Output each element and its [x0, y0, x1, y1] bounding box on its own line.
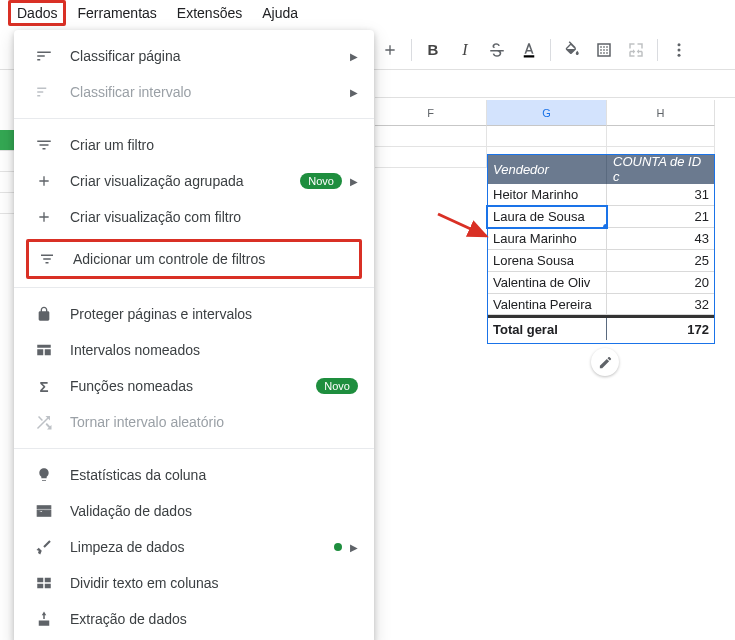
pivot-table[interactable]: Vendedor COUNTA de ID c Heitor Marinho 3… — [487, 154, 715, 340]
sigma-icon: Σ — [32, 378, 56, 395]
menu-item-add-slicer[interactable]: Adicionar um controle de filtros — [26, 239, 362, 279]
pivot-row[interactable]: Lorena Sousa 25 — [487, 250, 715, 272]
cell[interactable]: Valentina Pereira — [487, 294, 607, 315]
cell[interactable]: 25 — [607, 250, 715, 272]
chevron-right-icon: ▶ — [350, 542, 358, 553]
fill-color-icon — [563, 41, 581, 59]
cell[interactable]: Laura Marinho — [487, 228, 607, 250]
chevron-right-icon: ▶ — [350, 176, 358, 187]
menu-item-extraction[interactable]: Extração de dados — [14, 601, 374, 637]
more-button[interactable] — [664, 35, 694, 65]
menu-label: Classificar página — [70, 48, 350, 64]
lightbulb-icon — [32, 467, 56, 483]
total-value-cell[interactable]: 172 — [607, 318, 715, 340]
menu-item-protect[interactable]: Proteger páginas e intervalos — [14, 296, 374, 332]
fill-color-button[interactable] — [557, 35, 587, 65]
menu-item-sort-range: Classificar intervalo ▶ — [14, 74, 374, 110]
bold-button[interactable]: B — [418, 35, 448, 65]
validation-icon — [32, 502, 56, 520]
plus-icon — [32, 173, 56, 189]
menu-item-randomize: Tornar intervalo aleatório — [14, 404, 374, 440]
sort-range-icon — [32, 83, 56, 101]
cell[interactable]: Valentina de Oliv — [487, 272, 607, 294]
new-badge: Novo — [300, 173, 342, 189]
menu-label: Tornar intervalo aleatório — [70, 414, 358, 430]
menu-label: Adicionar um controle de filtros — [73, 251, 355, 267]
pivot-row[interactable]: Laura Marinho 43 — [487, 228, 715, 250]
menubar: Dados Ferramentas Extensões Ajuda — [0, 0, 735, 30]
annotation-arrow — [436, 206, 496, 246]
filter-icon — [32, 136, 56, 154]
pivot-row[interactable]: Valentina de Oliv 20 — [487, 272, 715, 294]
extraction-icon — [32, 610, 56, 628]
named-ranges-icon — [32, 341, 56, 359]
svg-point-1 — [678, 43, 681, 46]
menu-label: Criar visualização agrupada — [70, 173, 300, 189]
menu-extensoes[interactable]: Extensões — [168, 1, 251, 25]
menu-dados[interactable]: Dados — [8, 0, 66, 26]
cell[interactable]: Lorena Sousa — [487, 250, 607, 272]
insert-button[interactable] — [375, 35, 405, 65]
menu-item-named-ranges[interactable]: Intervalos nomeados — [14, 332, 374, 368]
menu-item-create-filter[interactable]: Criar um filtro — [14, 127, 374, 163]
row-headers-strip — [0, 130, 14, 630]
col-header-F[interactable]: F — [375, 100, 487, 126]
menu-label: Criar um filtro — [70, 137, 358, 153]
menu-item-sort-sheet[interactable]: Classificar página ▶ — [14, 38, 374, 74]
pivot-header-vendedor[interactable]: Vendedor — [487, 154, 607, 184]
lock-icon — [32, 306, 56, 322]
menu-item-named-functions[interactable]: Σ Funções nomeadas Novo — [14, 368, 374, 404]
text-color-button[interactable] — [514, 35, 544, 65]
cell[interactable]: 20 — [607, 272, 715, 294]
menu-item-validation[interactable]: Validação de dados — [14, 493, 374, 529]
pivot-row[interactable]: Heitor Marinho 31 — [487, 184, 715, 206]
menu-label: Classificar intervalo — [70, 84, 350, 100]
row-header[interactable] — [0, 193, 14, 214]
chevron-right-icon: ▶ — [350, 87, 358, 98]
cell[interactable]: 21 — [607, 206, 715, 228]
formula-bar[interactable] — [375, 72, 735, 98]
row-header[interactable] — [0, 130, 14, 151]
col-header-H[interactable]: H — [607, 100, 715, 126]
menu-item-col-stats[interactable]: Estatísticas da coluna — [14, 457, 374, 493]
menu-label: Proteger páginas e intervalos — [70, 306, 358, 322]
row-header[interactable] — [0, 172, 14, 193]
menu-item-filter-view[interactable]: Criar visualização com filtro — [14, 199, 374, 235]
col-header-G[interactable]: G — [487, 100, 607, 126]
menu-ajuda[interactable]: Ajuda — [253, 1, 307, 25]
borders-button[interactable] — [589, 35, 619, 65]
menu-label: Criar visualização com filtro — [70, 209, 358, 225]
pivot-header-counta[interactable]: COUNTA de ID c — [607, 154, 715, 184]
separator — [550, 39, 551, 61]
strikethrough-icon — [488, 41, 506, 59]
merge-cells-button[interactable] — [621, 35, 651, 65]
pivot-row[interactable]: Valentina Pereira 32 — [487, 294, 715, 316]
menu-label: Dividir texto em colunas — [70, 575, 358, 591]
cell-value: Laura de Sousa — [493, 209, 585, 224]
cell[interactable]: Heitor Marinho — [487, 184, 607, 206]
menu-label: Funções nomeadas — [70, 378, 316, 394]
chevron-right-icon: ▶ — [350, 51, 358, 62]
italic-button[interactable]: I — [450, 35, 480, 65]
pivot-row[interactable]: Laura de Sousa 21 — [487, 206, 715, 228]
row-header[interactable] — [0, 151, 14, 172]
separator — [657, 39, 658, 61]
menu-item-split-text[interactable]: Dividir texto em colunas — [14, 565, 374, 601]
cell[interactable]: 43 — [607, 228, 715, 250]
spreadsheet-grid[interactable]: F G H Vendedor COUNTA de ID c Heitor Mar… — [375, 100, 735, 340]
menu-ferramentas[interactable]: Ferramentas — [68, 1, 165, 25]
cell[interactable]: 31 — [607, 184, 715, 206]
svg-line-4 — [438, 214, 486, 236]
total-label-cell[interactable]: Total geral — [487, 318, 607, 340]
strikethrough-button[interactable] — [482, 35, 512, 65]
pivot-total-row[interactable]: Total geral 172 — [487, 316, 715, 340]
selection-handle[interactable] — [603, 224, 607, 228]
menu-item-grouped-view[interactable]: Criar visualização agrupada Novo▶ — [14, 163, 374, 199]
pencil-icon — [598, 355, 613, 370]
edit-pivot-button[interactable] — [591, 348, 619, 376]
cell[interactable]: 32 — [607, 294, 715, 315]
menu-label: Extração de dados — [70, 611, 358, 627]
menu-item-cleanup[interactable]: Limpeza de dados ▶ — [14, 529, 374, 565]
selected-cell[interactable]: Laura de Sousa — [487, 206, 607, 228]
borders-icon — [595, 41, 613, 59]
